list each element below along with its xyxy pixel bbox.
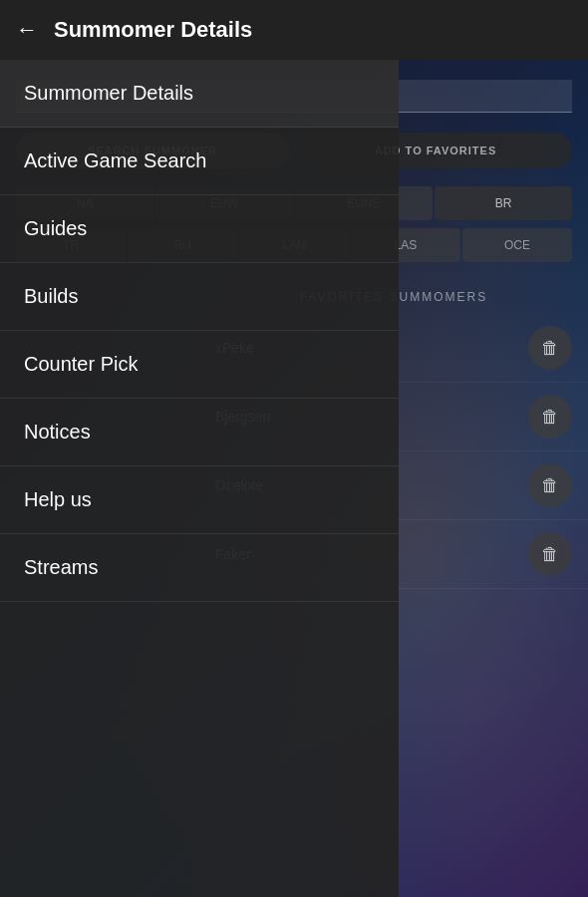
drawer-item-builds[interactable]: Builds	[0, 263, 399, 331]
delete-bjergsen-button[interactable]: 🗑	[528, 395, 572, 439]
drawer-item-streams[interactable]: Streams	[0, 534, 399, 602]
page-title: Summomer Details	[54, 17, 252, 43]
delete-ocelote-button[interactable]: 🗑	[528, 463, 572, 507]
side-drawer: Summomer Details Active Game Search Guid…	[0, 60, 399, 897]
region-oce[interactable]: OCE	[462, 228, 572, 262]
drawer-item-summoner-details[interactable]: Summomer Details	[0, 60, 399, 128]
region-br[interactable]: BR	[435, 186, 572, 220]
back-button[interactable]: ←	[16, 17, 38, 43]
delete-xpeke-button[interactable]: 🗑	[528, 326, 572, 370]
delete-faker-button[interactable]: 🗑	[528, 532, 572, 576]
top-bar: ← Summomer Details	[0, 0, 588, 60]
drawer-item-active-game-search[interactable]: Active Game Search	[0, 128, 399, 195]
drawer-item-help-us[interactable]: Help us	[0, 466, 399, 534]
drawer-menu: Summomer Details Active Game Search Guid…	[0, 60, 399, 602]
drawer-item-notices[interactable]: Notices	[0, 399, 399, 466]
drawer-item-counter-pick[interactable]: Counter Pick	[0, 331, 399, 399]
drawer-item-guides[interactable]: Guides	[0, 195, 399, 263]
